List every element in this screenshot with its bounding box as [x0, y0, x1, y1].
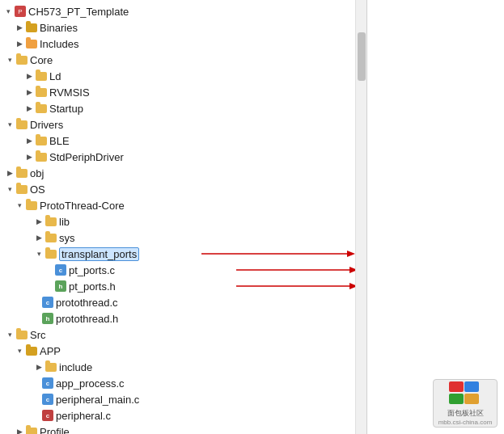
tree-item-ble[interactable]: ▶ BLE: [0, 133, 355, 149]
protothread-core-label: ProtoThread-Core: [40, 200, 125, 212]
tree-item-rvmsis[interactable]: ▶ RVMSIS: [0, 84, 355, 100]
tree-item-src[interactable]: ▾ Src: [0, 327, 355, 343]
right-panel: 面包板社区 mbb.csi-china.com: [367, 0, 504, 434]
app-process-c-label: app_process.c: [56, 377, 125, 390]
scrollbar[interactable]: [356, 0, 367, 434]
expand-icon-rvmsis[interactable]: ▶: [23, 86, 36, 99]
expand-icon-sys[interactable]: ▶: [32, 231, 45, 244]
folder-protothread-core-icon: [26, 201, 37, 210]
folder-app-icon: [26, 347, 37, 356]
expand-icon-core[interactable]: ▾: [3, 53, 16, 66]
scrollbar-thumb[interactable]: [358, 32, 366, 81]
peripheral-main-c-label: peripheral_main.c: [56, 394, 139, 406]
expand-icon-stdperiphdriver[interactable]: ▶: [23, 150, 36, 163]
folder-drivers-icon: [16, 120, 28, 129]
expand-icon-includes[interactable]: ▶: [13, 37, 26, 50]
expand-icon-src[interactable]: ▾: [3, 328, 16, 341]
protothread-h-label: protothread.h: [56, 313, 118, 325]
expand-icon-profile[interactable]: ▶: [13, 425, 26, 434]
expand-icon-transplant-ports[interactable]: ▾: [32, 247, 45, 260]
tree-item-obj[interactable]: ▶ obj: [0, 165, 355, 181]
tree-item-lib[interactable]: ▶ lib: [0, 213, 355, 230]
app-label: APP: [40, 345, 61, 357]
file-tree-panel[interactable]: ▾ P CH573_PT_Template ▶ Binaries ▶ Inclu…: [0, 0, 356, 434]
logo-block-3: [449, 394, 464, 404]
folder-stdperiphdriver-icon: [36, 153, 47, 162]
tree-item-binaries[interactable]: ▶ Binaries: [0, 19, 355, 36]
binaries-label: Binaries: [40, 22, 78, 34]
tree-item-protothread-c[interactable]: c protothread.c: [0, 294, 355, 310]
logo-block-1: [449, 381, 464, 392]
include-label: include: [59, 361, 92, 373]
c-file-app-process-icon: c: [42, 377, 53, 389]
folder-profile-icon: [26, 428, 37, 435]
tree-item-os[interactable]: ▾ OS: [0, 181, 355, 197]
expand-icon-include[interactable]: ▶: [32, 360, 45, 373]
tree-item-startup[interactable]: ▶ Startup: [0, 100, 355, 116]
tree-item-app[interactable]: ▾ APP: [0, 343, 355, 359]
tree-item-pt-ports-h[interactable]: h pt_ports.h: [0, 278, 355, 294]
folder-lib-icon: [45, 217, 57, 226]
expand-icon-startup[interactable]: ▶: [23, 102, 36, 115]
expand-icon-os[interactable]: ▾: [3, 183, 16, 196]
tree-item-stdperiphdriver[interactable]: ▶ StdPeriphDriver: [0, 149, 355, 165]
tree-item-sys[interactable]: ▶ sys: [0, 230, 355, 246]
folder-os-icon: [16, 185, 28, 194]
rvmsis-label: RVMSIS: [49, 86, 90, 99]
tree-item-profile[interactable]: ▶ Profile: [0, 423, 355, 434]
expand-icon-app[interactable]: ▾: [13, 344, 26, 357]
spacer-pt-ports-c: [47, 263, 55, 276]
h-file-pt-ports-icon: h: [55, 280, 66, 292]
stdperiphdriver-label: StdPeriphDriver: [49, 151, 124, 163]
spacer-app-process-c: [34, 377, 42, 390]
tree-item-transplant-ports[interactable]: ▾ transplant_ports: [0, 246, 355, 262]
tree-item-app-process-c[interactable]: c app_process.c: [0, 375, 355, 391]
svg-marker-5: [349, 283, 356, 289]
svg-marker-1: [347, 251, 355, 257]
tree-item-include[interactable]: ▶ include: [0, 359, 355, 375]
ble-label: BLE: [49, 135, 70, 147]
folder-rvmsis-icon: [36, 88, 47, 97]
sys-label: sys: [59, 232, 75, 244]
watermark-text-1: 面包板社区: [447, 408, 484, 419]
tree-item-protothread-core[interactable]: ▾ ProtoThread-Core: [0, 197, 355, 213]
project-icon: P: [15, 6, 26, 17]
tree-item-root[interactable]: ▾ P CH573_PT_Template: [0, 3, 355, 19]
svg-marker-3: [349, 267, 356, 273]
root-label: CH573_PT_Template: [28, 6, 129, 18]
includes-label: Includes: [40, 38, 78, 50]
folder-ld-icon: [36, 72, 47, 81]
watermark-logo: [449, 381, 481, 406]
tree-item-protothread-h[interactable]: h protothread.h: [0, 310, 355, 327]
tree-item-drivers[interactable]: ▾ Drivers: [0, 116, 355, 133]
folder-obj-icon: [16, 169, 28, 178]
spacer-peripheral-c: [34, 409, 42, 422]
watermark: 面包板社区 mbb.csi-china.com: [433, 379, 498, 428]
folder-core-icon: [16, 56, 28, 65]
expand-icon-binaries[interactable]: ▶: [13, 21, 26, 34]
folder-include-icon: [45, 363, 57, 372]
expand-icon-obj[interactable]: ▶: [3, 166, 16, 179]
expand-icon-lib[interactable]: ▶: [32, 215, 45, 228]
expand-icon-protothread-core[interactable]: ▾: [13, 199, 26, 212]
tree-item-peripheral-c[interactable]: c peripheral.c: [0, 407, 355, 423]
folder-includes-icon: [26, 40, 37, 48]
tree-item-includes[interactable]: ▶ Includes: [0, 36, 355, 52]
folder-sys-icon: [45, 234, 57, 242]
expand-icon-drivers[interactable]: ▾: [3, 118, 16, 131]
folder-transplant-ports-icon: [45, 250, 57, 259]
tree-item-core[interactable]: ▾ Core: [0, 52, 355, 68]
lib-label: lib: [59, 216, 70, 228]
tree-item-pt-ports-c[interactable]: c pt_ports.c: [0, 262, 355, 278]
tree-item-ld[interactable]: ▶ Ld: [0, 68, 355, 84]
expand-icon-ble[interactable]: ▶: [23, 134, 36, 147]
expand-icon-root[interactable]: ▾: [2, 5, 15, 18]
h-file-protothread-icon: h: [42, 313, 53, 324]
red-arrow-2: [232, 263, 356, 276]
tree-item-peripheral-main-c[interactable]: c peripheral_main.c: [0, 391, 355, 407]
expand-icon-ld[interactable]: ▶: [23, 70, 36, 82]
spacer-peripheral-main-c: [34, 393, 42, 406]
red-arrow-1: [197, 247, 356, 260]
logo-block-4: [464, 394, 479, 404]
spacer-protothread-h: [34, 312, 42, 325]
